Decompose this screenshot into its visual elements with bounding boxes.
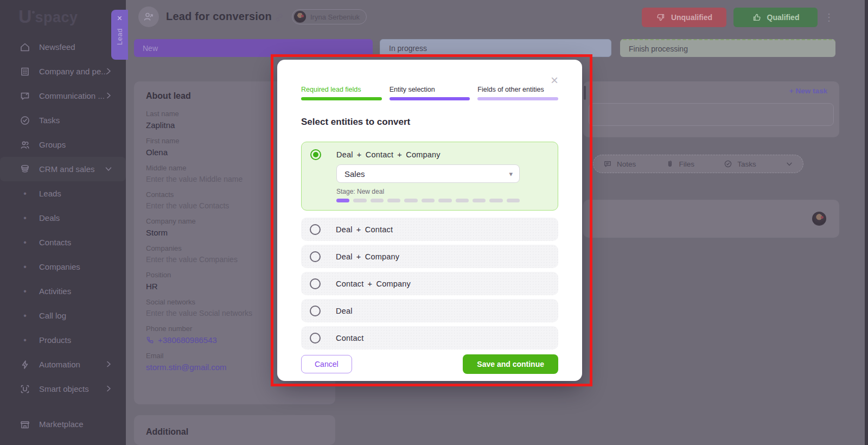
sidebar-item-companies[interactable]: • Companies [0,255,126,279]
logo-u-glyph: U [18,7,31,26]
new-task-label: New task [795,87,827,95]
database-icon [20,164,30,175]
step-progress-bar [390,97,470,100]
option-deal[interactable]: Deal [301,299,558,322]
lead-side-tab[interactable]: × Lead [111,10,128,60]
stage-in-progress[interactable]: In progress [380,39,611,57]
sidebar-item-newsfeed[interactable]: Newsfeed [0,35,126,59]
sidebar-item-label: Activities [39,287,71,296]
step-label: Required lead fields [301,86,382,93]
more-menu-icon[interactable]: ⋮ [824,9,834,26]
sidebar-item-activities[interactable]: • Activities [0,279,126,303]
unqualified-button[interactable]: Unqualified [642,8,726,27]
close-icon[interactable]: × [117,14,122,23]
qualified-button[interactable]: Qualified [733,8,818,27]
bullet-icon: • [20,262,30,272]
stage-finish-processing[interactable]: Finish processing [620,39,835,57]
task-item-card[interactable] [583,200,839,238]
step-label: Fields of other entities [477,86,558,93]
quick-task-input[interactable] [589,103,834,126]
panel-scrollbar-thumb[interactable] [584,86,586,100]
logo-text: spacy [35,7,78,28]
radio-unselected[interactable] [310,278,321,289]
option-label: Deal [336,307,353,315]
option-deal-contact[interactable]: Deal + Contact [301,218,558,241]
sidebar-item-label: Groups [39,140,66,149]
radio-unselected[interactable] [310,333,321,344]
app-screen: U spacy Newsfeed Company and pe... Commu… [0,0,868,445]
sidebar-item-products[interactable]: • Products [0,328,126,352]
chat-icon [20,91,30,101]
sidebar-item-groups[interactable]: Groups [0,132,126,157]
sidebar-item-label: Deals [39,213,60,223]
step-required-lead-fields[interactable]: Required lead fields [301,86,382,100]
modal-close-icon[interactable]: × [551,74,558,87]
stage-new-label: New [143,44,158,53]
radio-unselected[interactable] [310,306,321,316]
option-contact-company[interactable]: Contact + Company [301,272,558,295]
option-deal-contact-company[interactable]: Deal + Contact + Company Sales ▾ Stage: … [301,142,558,211]
sidebar-item-crm[interactable]: CRM and sales [0,157,126,181]
page-scrollbar[interactable] [865,0,868,445]
uspacy-logo[interactable]: U spacy [18,7,78,28]
sidebar-item-smart-objects[interactable]: Smart objects [0,377,126,401]
step-label: Entity selection [390,86,470,93]
stage-segment [404,199,417,202]
bullet-icon: • [20,189,30,199]
people-icon [20,139,30,150]
email-link[interactable]: storm.stin@gmail.com [146,363,227,372]
stage-progress [336,199,520,202]
sidebar-item-label: Marketplace [39,419,84,429]
link-icon[interactable] [274,12,284,25]
additional-title: Additional [146,427,323,437]
plus-icon: + [789,87,794,95]
radio-selected[interactable] [310,149,321,160]
tab-files[interactable]: Files [666,160,695,168]
check-circle-icon [20,115,30,126]
sidebar-item-label: Smart objects [39,384,89,393]
stage-segment [489,199,502,202]
option-label: Deal + Company [336,252,399,261]
stage-caption: Stage: New deal [336,188,549,195]
sidebar-item-label: Company and pe... [39,67,108,76]
sidebar-item-company[interactable]: Company and pe... [0,59,126,84]
radio-unselected[interactable] [310,251,321,262]
sidebar-item-label: Tasks [39,116,60,125]
sidebar-item-leads[interactable]: • Leads [0,181,126,206]
sidebar-nav: Newsfeed Company and pe... Communication… [0,35,126,436]
radio-unselected[interactable] [310,224,321,235]
sidebar-item-contacts[interactable]: • Contacts [0,230,126,255]
sidebar-item-call-log[interactable]: • Call log [0,303,126,328]
new-task-link[interactable]: + New task [789,87,827,95]
assignee-avatar [294,11,306,23]
assignee-chip[interactable]: Iryna Serbeniuk [292,9,367,24]
building-icon [20,66,30,77]
save-and-continue-button[interactable]: Save and continue [463,354,558,374]
unqualified-label: Unqualified [671,13,712,22]
stage-new[interactable]: New [134,39,373,57]
sidebar-item-tasks[interactable]: Tasks [0,108,126,132]
timeline-tabs: Notes Files Tasks [593,155,803,173]
option-deal-company[interactable]: Deal + Company [301,245,558,268]
tab-files-label: Files [679,160,695,168]
store-icon [20,419,30,430]
step-fields-of-other-entities[interactable]: Fields of other entities [477,86,558,100]
funnel-select[interactable]: Sales ▾ [336,164,520,183]
phone-value: +380680986543 [158,335,217,345]
step-entity-selection[interactable]: Entity selection [390,86,470,100]
sidebar-item-communication[interactable]: Communication ... [0,84,126,108]
sidebar-item-deals[interactable]: • Deals [0,206,126,230]
stage-segment [371,199,384,202]
sidebar-item-automation[interactable]: Automation [0,352,126,377]
modal-footer: Cancel Save and continue [301,354,558,374]
option-contact[interactable]: Contact [301,326,558,349]
tab-tasks[interactable]: Tasks [724,160,756,168]
sidebar-item-marketplace[interactable]: Marketplace [0,412,126,436]
smart-object-icon [20,384,30,395]
tab-notes[interactable]: Notes [603,160,636,168]
sidebar-item-label: Automation [39,360,80,369]
sidebar-item-label: Contacts [39,238,71,247]
sidebar-item-label: CRM and sales [39,164,95,174]
tabs-chevron-down-icon[interactable] [786,160,793,168]
cancel-button[interactable]: Cancel [301,355,352,373]
